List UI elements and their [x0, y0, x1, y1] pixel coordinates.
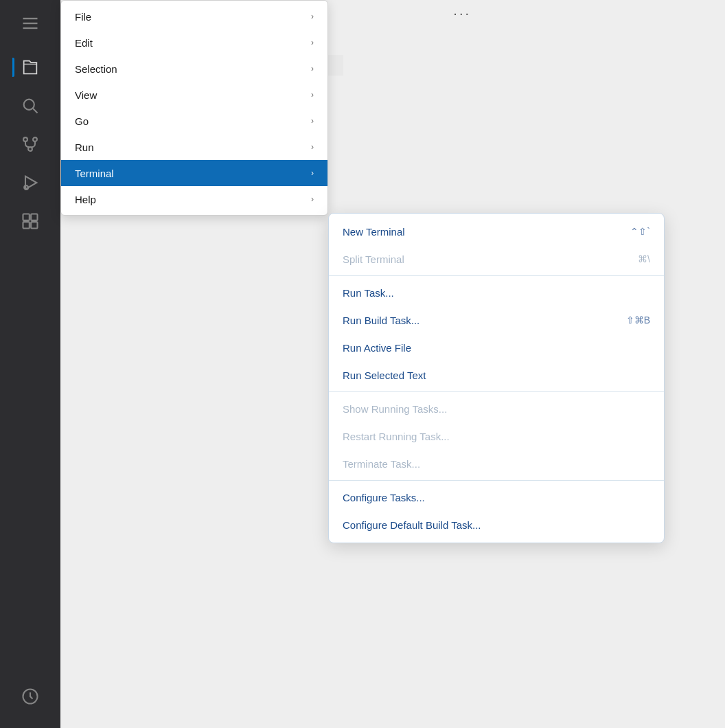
submenu-divider-3 [329, 480, 664, 481]
submenu-item-configure-default-build-task[interactable]: Configure Default Build Task... [329, 511, 664, 538]
run-build-task-shortcut: ⇧⌘B [626, 315, 650, 326]
run-active-file-label: Run Active File [343, 342, 636, 354]
svg-rect-11 [31, 214, 37, 220]
run-selected-text-label: Run Selected Text [343, 369, 636, 381]
svg-rect-10 [23, 214, 30, 220]
menu-item-selection[interactable]: Selection › [61, 56, 327, 82]
terminal-submenu: New Terminal ⌃⇧` Split Terminal ⌘\ Run T… [328, 213, 665, 543]
submenu-item-run-task[interactable]: Run Task... [329, 279, 664, 306]
submenu-item-new-terminal[interactable]: New Terminal ⌃⇧` [329, 218, 664, 245]
search-icon[interactable] [12, 88, 48, 124]
submenu-item-configure-tasks[interactable]: Configure Tasks... [329, 484, 664, 511]
menu-item-view[interactable]: View › [61, 82, 327, 108]
run-task-label: Run Task... [343, 287, 636, 299]
new-terminal-label: New Terminal [343, 226, 617, 238]
svg-point-6 [33, 137, 37, 141]
primary-menu: File › Edit › Selection › View › Go › Ru… [60, 0, 328, 216]
extensions-icon[interactable] [12, 203, 48, 239]
submenu-item-run-selected-text[interactable]: Run Selected Text [329, 361, 664, 389]
menu-item-go-label: Go [75, 115, 89, 127]
hamburger-menu-icon[interactable] [12, 5, 48, 41]
explorer-icon[interactable] [12, 49, 48, 85]
svg-point-9 [24, 185, 28, 190]
source-control-icon[interactable] [12, 126, 48, 162]
submenu-item-run-active-file[interactable]: Run Active File [329, 334, 664, 361]
more-actions-button[interactable]: ··· [453, 5, 471, 21]
activity-bar-bottom [0, 679, 60, 714]
configure-tasks-label: Configure Tasks... [343, 492, 650, 503]
menu-item-help-label: Help [75, 194, 96, 205]
split-terminal-label: Split Terminal [343, 253, 624, 265]
run-build-task-label: Run Build Task... [343, 315, 612, 326]
menu-item-edit-label: Edit [75, 37, 93, 49]
menu-chevron-view: › [311, 90, 314, 100]
submenu-item-run-build-task[interactable]: Run Build Task... ⇧⌘B [329, 306, 664, 334]
svg-line-4 [33, 109, 37, 113]
svg-marker-8 [25, 177, 36, 190]
show-running-tasks-label: Show Running Tasks... [343, 403, 650, 415]
menu-item-terminal[interactable]: Terminal › [61, 160, 327, 186]
new-terminal-shortcut: ⌃⇧` [630, 226, 650, 237]
timeline-icon[interactable] [12, 679, 48, 714]
menu-item-selection-label: Selection [75, 63, 117, 75]
menu-item-file-label: File [75, 11, 91, 23]
submenu-item-show-running-tasks: Show Running Tasks... [329, 395, 664, 422]
terminate-task-label: Terminate Task... [343, 458, 650, 470]
run-debug-icon[interactable] [12, 165, 48, 201]
svg-rect-12 [23, 222, 30, 228]
menu-chevron-go: › [311, 116, 314, 126]
submenu-item-split-terminal: Split Terminal ⌘\ [329, 245, 664, 273]
submenu-divider-2 [329, 391, 664, 392]
submenu-item-terminate-task: Terminate Task... [329, 450, 664, 477]
menu-item-run[interactable]: Run › [61, 134, 327, 160]
menu-chevron-file: › [311, 12, 314, 21]
svg-point-5 [23, 137, 27, 141]
svg-point-3 [24, 100, 34, 110]
restart-running-task-label: Restart Running Task... [343, 431, 650, 442]
menu-chevron-help: › [311, 194, 314, 204]
menu-chevron-run: › [311, 142, 314, 152]
menu-item-file[interactable]: File › [61, 3, 327, 30]
menu-item-run-label: Run [75, 141, 94, 153]
submenu-item-restart-running-task: Restart Running Task... [329, 422, 664, 450]
submenu-divider-1 [329, 275, 664, 276]
activity-bar-top [0, 49, 60, 239]
menu-item-go[interactable]: Go › [61, 108, 327, 134]
menu-chevron-selection: › [311, 64, 314, 73]
menu-chevron-terminal: › [311, 168, 314, 178]
activity-bar [0, 0, 60, 728]
menu-item-help[interactable]: Help › [61, 186, 327, 212]
menu-chevron-edit: › [311, 38, 314, 47]
menu-item-terminal-label: Terminal [75, 168, 114, 179]
menu-item-view-label: View [75, 89, 97, 101]
split-terminal-shortcut: ⌘\ [638, 253, 650, 264]
menu-item-edit[interactable]: Edit › [61, 30, 327, 56]
svg-rect-13 [31, 222, 37, 228]
configure-default-build-task-label: Configure Default Build Task... [343, 519, 650, 531]
